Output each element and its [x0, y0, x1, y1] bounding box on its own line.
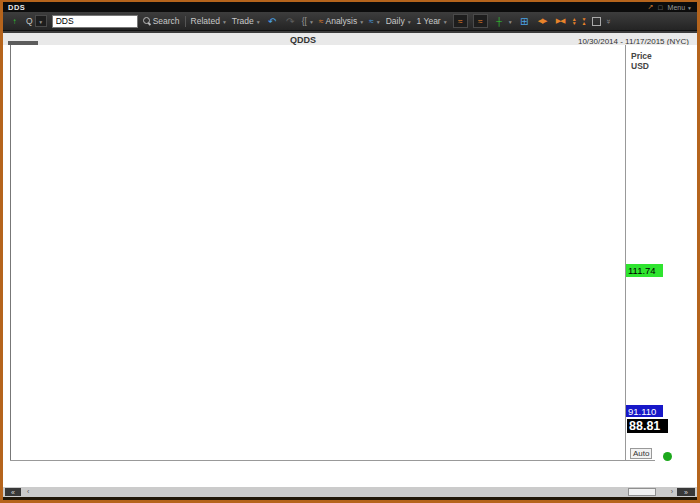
redo-icon[interactable]: ↷	[284, 15, 297, 27]
tab-qdds[interactable]: QDDS	[258, 35, 348, 45]
waves-icon: ≈	[369, 16, 374, 26]
chart-compare-icon[interactable]: ≈	[473, 14, 488, 28]
status-dot	[663, 452, 672, 461]
price-axis-line	[625, 45, 626, 461]
price-axis-title: Price USD	[631, 51, 652, 71]
template-dropdown[interactable]: {[▼	[302, 16, 314, 26]
analysis-dropdown[interactable]: ≈Analysis▼	[319, 16, 364, 26]
chevron-down-icon: ▼	[443, 19, 448, 25]
last-price-badge: 88.81	[626, 418, 669, 434]
search-icon	[143, 17, 151, 25]
window-title: DDS	[8, 3, 25, 12]
window-icon[interactable]: □	[658, 4, 662, 11]
period-dropdown[interactable]: Daily▼	[386, 16, 412, 26]
chevron-down-icon: ▼	[309, 19, 314, 25]
chevron-down-icon: ▼	[687, 5, 692, 11]
selection-box-icon[interactable]	[592, 17, 601, 26]
undo-icon[interactable]: ↶	[266, 15, 279, 27]
annotations-dropdown[interactable]: ≈▼	[369, 16, 381, 26]
zoom-in-icon[interactable]: ▶◀	[554, 15, 567, 27]
auto-scale-button[interactable]: Auto	[630, 448, 652, 459]
chevron-down-icon: ▼	[359, 19, 364, 25]
sma200-value-badge: 111.74	[626, 264, 663, 277]
expand-vertical-icon[interactable]: ▲▼	[572, 17, 577, 25]
more-tools-icon[interactable]: »	[603, 19, 612, 23]
export-icon[interactable]: ↗	[647, 3, 653, 11]
ticker-input[interactable]	[52, 15, 138, 28]
sma50-value-badge: 91.110	[626, 405, 663, 417]
add-panel-icon[interactable]: ⊞	[518, 15, 531, 27]
scroll-left-icon[interactable]: ‹	[27, 488, 29, 495]
yellow-key-dropdown[interactable]: Q▼	[26, 15, 47, 27]
bottom-strip	[3, 497, 697, 500]
chevron-down-icon: ▼	[38, 19, 43, 25]
chart-style-icon[interactable]: ≈	[453, 14, 468, 28]
hourglass-icon[interactable]: ▼▲	[582, 17, 587, 25]
toolbar: ↑ Q▼ Search Related▼ Trade▼ ↶ ↷ {[▼ ≈Ana…	[3, 12, 697, 31]
search-button[interactable]: Search	[143, 16, 180, 26]
scroll-right-icon[interactable]: ›	[671, 488, 673, 495]
up-arrow-button[interactable]: ↑	[8, 15, 21, 27]
chevron-down-icon: ▼	[508, 19, 513, 25]
bloomberg-terminal-window: DDS ↗ □ Menu ▼ ↑ Q▼ Search Related▼ Trad…	[0, 0, 700, 503]
scroll-far-left-button[interactable]: «	[5, 488, 21, 496]
price-chart[interactable]	[10, 45, 625, 460]
crosshair-dropdown[interactable]: ┼▼	[493, 15, 513, 27]
title-bar: DDS ↗ □ Menu ▼	[3, 2, 697, 12]
chevron-down-icon: ▼	[256, 19, 261, 25]
scroll-far-right-button[interactable]: »	[677, 488, 695, 496]
crosshair-icon: ┼	[493, 15, 506, 27]
time-scrollbar[interactable]: « ‹ › »	[3, 487, 697, 497]
menu-button[interactable]: Menu ▼	[668, 4, 692, 11]
divider	[185, 16, 186, 27]
range-dropdown[interactable]: 1 Year▼	[417, 16, 448, 26]
related-dropdown[interactable]: Related▼	[191, 16, 227, 26]
chevron-down-icon: ▼	[376, 19, 381, 25]
chart-tab-strip: QDDS 10/30/2014 - 11/17/2015 (NYC)	[3, 31, 697, 45]
plot-left-border	[10, 45, 11, 461]
chevron-down-icon: ▼	[222, 19, 227, 25]
chevron-down-icon: ▼	[407, 19, 412, 25]
scrollbar-thumb[interactable]	[628, 488, 656, 496]
time-axis-line	[10, 460, 655, 461]
trade-dropdown[interactable]: Trade▼	[232, 16, 261, 26]
analysis-icon: ≈	[319, 16, 324, 26]
zoom-out-icon[interactable]: ◀▶	[536, 15, 549, 27]
